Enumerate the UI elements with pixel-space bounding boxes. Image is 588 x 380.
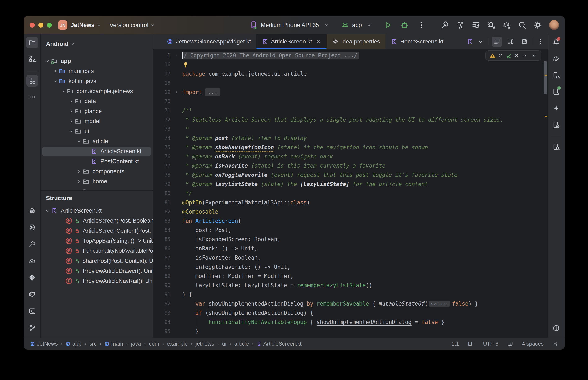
device-selector[interactable]: Medium Phone API 35 (261, 22, 319, 28)
structure-item[interactable]: ArticleScreenContent(Post, () (41, 226, 153, 236)
code-line[interactable]: 78 * @param onToggleFavorite (event) req… (153, 170, 547, 180)
breadcrumb-item[interactable]: ui (222, 341, 226, 347)
tree-chevron-icon[interactable] (43, 58, 51, 64)
fold-marker-icon[interactable] (171, 53, 182, 58)
code-line[interactable]: 74 * @param post (state) item to display (153, 133, 547, 143)
app-inspection-icon[interactable] (26, 272, 38, 284)
code-line[interactable]: 84 post: Post, (153, 226, 547, 235)
close-icon[interactable] (316, 39, 321, 44)
prev-issue-icon[interactable] (522, 53, 528, 59)
tab-idea-properties[interactable]: idea.properties (327, 34, 385, 49)
tab-jetnewsglanceappwidget-kt[interactable]: JetnewsGlanceAppWidget.kt (161, 34, 256, 49)
project-tree-item-components[interactable]: components (41, 166, 153, 176)
more-run-options-icon[interactable] (417, 21, 426, 29)
project-tree-item-articlescreen-kt[interactable]: ArticleScreen.kt (41, 146, 153, 156)
tree-chevron-icon[interactable] (75, 179, 83, 184)
breadcrumb-item[interactable]: article (234, 341, 249, 347)
tree-chevron-icon[interactable] (67, 109, 75, 114)
code-line[interactable]: 87 isFavorite: Boolean, (153, 253, 547, 262)
settings-icon[interactable] (534, 21, 542, 29)
tree-chevron-icon[interactable] (60, 88, 67, 94)
code-editor[interactable]: 1/ Copyright 2020 The Android Open Sourc… (153, 49, 547, 338)
breadcrumb-item[interactable]: example (167, 341, 188, 347)
tree-chevron-icon[interactable] (51, 78, 59, 84)
tabs-dropdown-icon[interactable] (477, 38, 484, 45)
minimize-window-button[interactable] (38, 22, 43, 28)
code-line[interactable]: 88 onToggleFavorite: () -> Unit, (153, 262, 547, 271)
structure-tool-icon[interactable] (26, 75, 38, 87)
tree-chevron-icon[interactable] (43, 208, 51, 213)
code-line[interactable]: 94 FunctionalityNotAvailablePopup { show… (153, 318, 547, 327)
intention-bulb-icon[interactable] (182, 61, 189, 68)
inspections-widget-icon[interactable] (507, 341, 513, 347)
tree-chevron-icon[interactable] (67, 118, 75, 124)
structure-item[interactable]: PreviewArticleNavRail(): Unit (41, 276, 153, 286)
project-tree-item-article[interactable]: article (41, 136, 153, 146)
structure-item[interactable]: PreviewArticleDrawer(): Unit (41, 266, 153, 276)
device-manager-icon[interactable] (550, 69, 562, 81)
code-line[interactable]: 17package com.example.jetnews.ui.article (153, 69, 547, 78)
project-tree-item[interactable] (41, 187, 153, 190)
fold-marker-icon[interactable] (171, 90, 182, 95)
tab-homescreens-kt[interactable]: HomeScreens.kt (385, 34, 449, 49)
code-line[interactable]: 91) { (153, 290, 547, 299)
indent-setting[interactable]: 4 spaces (522, 341, 544, 347)
tree-chevron-icon[interactable] (75, 139, 83, 144)
inspection-widget[interactable]: 2 3 (486, 50, 541, 61)
code-line[interactable]: 85 isExpandedScreen: Boolean, (153, 235, 547, 244)
project-tool-icon[interactable] (26, 37, 38, 49)
user-avatar[interactable] (549, 20, 559, 30)
project-tree-item-postcontent-kt[interactable]: PostContent.kt (41, 156, 153, 166)
breadcrumb-item[interactable]: jetnews (196, 341, 214, 347)
version-control-icon[interactable] (26, 322, 38, 334)
search-everywhere-icon[interactable] (518, 21, 527, 29)
run-config-selector[interactable]: app (352, 22, 362, 28)
tree-chevron-icon[interactable] (75, 169, 83, 174)
breadcrumb-item[interactable]: main (105, 341, 123, 347)
code-line[interactable]: 75 * @param showNavigationIcon (state) i… (153, 143, 547, 152)
code-line[interactable]: 89 modifier: Modifier = Modifier, (153, 271, 547, 281)
view-code-button[interactable] (492, 37, 502, 47)
editor-scrollbar[interactable] (544, 61, 547, 94)
device-explorer-icon[interactable] (550, 141, 562, 152)
project-tree-item-app[interactable]: app (41, 56, 153, 66)
write-access-icon[interactable] (552, 341, 558, 347)
code-line[interactable]: 82@Composable (153, 207, 547, 216)
project-tree-item-kotlin-java[interactable]: kotlin+java (41, 76, 153, 86)
running-devices-icon[interactable] (550, 86, 562, 98)
code-line[interactable]: 73 * (153, 124, 547, 133)
current-file-icon[interactable] (467, 38, 474, 45)
attach-debugger-icon[interactable] (487, 21, 495, 29)
code-line[interactable]: 72 * Stateless Article Screen that displ… (153, 115, 547, 124)
resource-manager-icon[interactable] (26, 53, 38, 65)
apply-changes-icon[interactable] (456, 21, 465, 29)
problems-icon[interactable] (550, 322, 562, 334)
code-line[interactable]: 90 lazyListState: LazyListState = rememb… (153, 281, 547, 290)
more-tool-windows-icon[interactable] (26, 91, 38, 103)
tree-chevron-icon[interactable] (75, 189, 83, 190)
structure-item[interactable]: ArticleScreen(Post, Boolean, (41, 216, 153, 226)
code-line[interactable]: 80 */ (153, 189, 547, 198)
code-line[interactable]: 81@OptIn(ExperimentalMaterial3Api::class… (153, 198, 547, 207)
gemini-icon[interactable] (550, 102, 562, 114)
gradle-sync-icon[interactable] (503, 21, 511, 29)
run-button[interactable] (384, 21, 392, 29)
build-icon[interactable] (441, 21, 449, 29)
project-tree-item-data[interactable]: data (41, 96, 153, 106)
project-tree-item-home[interactable]: home (41, 176, 153, 187)
tab-options-icon[interactable] (537, 38, 544, 45)
structure-root-item[interactable]: ArticleScreen.kt (41, 206, 153, 216)
apply-code-changes-icon[interactable] (472, 21, 480, 29)
tree-chevron-icon[interactable] (67, 98, 75, 104)
tree-chevron-icon[interactable] (67, 129, 75, 134)
code-line[interactable]: 95 } (153, 327, 547, 336)
code-line[interactable]: 77 * @param isFavorite (state) is this i… (153, 161, 547, 170)
project-tree-item-com-example-jetnews[interactable]: com.example.jetnews (41, 86, 153, 96)
code-line[interactable]: 93 if (showUnimplementedActionDialog) { (153, 308, 547, 318)
breadcrumb-item[interactable]: ArticleScreen.kt (257, 341, 302, 347)
next-issue-icon[interactable] (531, 53, 537, 59)
structure-item[interactable]: FunctionalityNotAvailablePop (41, 246, 153, 256)
notifications-icon[interactable] (550, 36, 562, 48)
scrollbar-warning-mark[interactable] (545, 116, 547, 117)
project-name-menu[interactable]: JetNews (71, 22, 95, 28)
